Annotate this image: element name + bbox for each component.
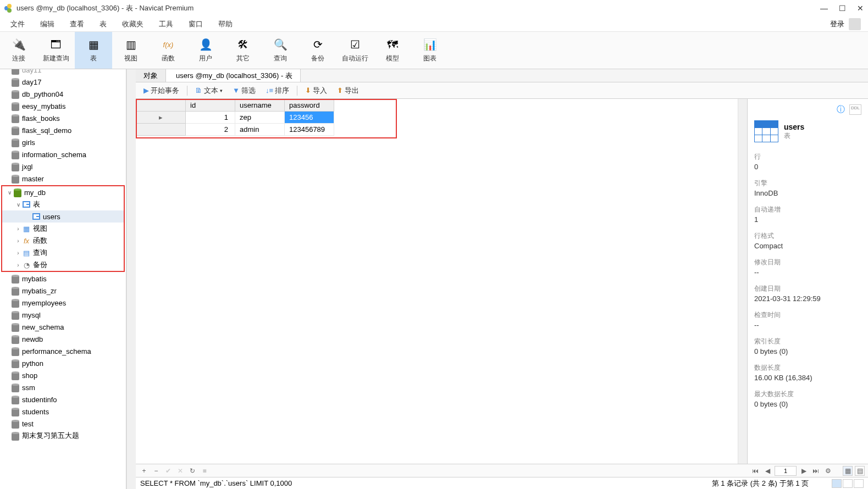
toolbar-model-button[interactable]: 🗺模型 — [374, 32, 411, 69]
tree-db-mybatis_zr[interactable]: mybatis_zr — [0, 285, 126, 297]
menu-window[interactable]: 窗口 — [181, 18, 211, 30]
tab-objects[interactable]: 对象 — [136, 69, 166, 82]
panel-toggle-2[interactable] — [843, 479, 853, 488]
first-page-button[interactable]: ⏮ — [750, 466, 760, 476]
login-link[interactable]: 登录 — [830, 19, 844, 29]
ddl-icon[interactable]: DDL — [849, 104, 861, 115]
grid-view-button[interactable]: ▦ — [843, 466, 853, 476]
refresh-button[interactable]: ↻ — [187, 466, 197, 476]
tree-db-jxgl[interactable]: jxgl — [0, 160, 126, 173]
text-button[interactable]: 🗎文本▾ — [192, 85, 226, 97]
menu-view[interactable]: 查看 — [62, 18, 92, 30]
cancel-button[interactable]: ✕ — [175, 466, 185, 476]
export-button[interactable]: ⬆导出 — [334, 85, 362, 97]
tree-db-mybatis[interactable]: mybatis — [0, 273, 126, 285]
row-indicator-icon: ▸ — [136, 112, 186, 124]
tree-db-期末复习第五大题[interactable]: 期末复习第五大题 — [0, 430, 126, 442]
tree-db-mysql[interactable]: mysql — [0, 309, 126, 321]
tree-db-students[interactable]: students — [0, 405, 126, 418]
tree-db-test[interactable]: test — [0, 418, 126, 430]
tree-db-information_schema[interactable]: information_schema — [0, 148, 126, 160]
tree-table-users[interactable]: users — [2, 210, 124, 223]
panel-toggle-1[interactable] — [832, 479, 842, 488]
toolbar-user-button[interactable]: 👤用户 — [187, 32, 224, 69]
page-settings-button[interactable]: ⚙ — [823, 466, 833, 476]
tree-views-node[interactable]: ›▦视图 — [2, 223, 124, 235]
begin-transaction-button[interactable]: ▶开始事务 — [140, 85, 183, 97]
delete-row-button[interactable]: − — [151, 466, 161, 476]
next-page-button[interactable]: ▶ — [799, 466, 809, 476]
tree-db-ssm[interactable]: ssm — [0, 381, 126, 393]
app-icon — [4, 4, 13, 13]
tree-db-day17[interactable]: day17 — [0, 76, 126, 88]
tree-db-performance_schema[interactable]: performance_schema — [0, 345, 126, 357]
menu-table[interactable]: 表 — [92, 18, 114, 30]
grid-scrollbar[interactable] — [738, 99, 747, 464]
tree-db-myemployees[interactable]: myemployees — [0, 297, 126, 309]
tree-db-eesy_mybatis[interactable]: eesy_mybatis — [0, 100, 126, 112]
grid-footer: + − ✔ ✕ ↻ ■ ⏮ ◀ ▶ ⏭ ⚙ ▦ ▤ — [136, 464, 868, 477]
apply-button[interactable]: ✔ — [163, 466, 173, 476]
add-row-button[interactable]: + — [139, 466, 149, 476]
avatar-icon[interactable] — [849, 18, 861, 30]
info-subtitle: 表 — [784, 131, 804, 141]
tree-db-newdb[interactable]: newdb — [0, 333, 126, 345]
col-id[interactable]: id — [186, 99, 235, 112]
filter-button[interactable]: ▼筛选 — [229, 85, 259, 97]
table-row[interactable]: 2 admin 123456789 — [136, 124, 334, 136]
tree-tables-node[interactable]: ∨表 — [2, 198, 124, 210]
toolbar-view-button[interactable]: ▥视图 — [112, 32, 150, 69]
tree-queries-node[interactable]: ›▤查询 — [2, 247, 124, 259]
menu-help[interactable]: 帮助 — [211, 18, 240, 30]
toolbar-table-button[interactable]: ▦表 — [75, 32, 112, 69]
search-icon: 🔍 — [273, 37, 288, 52]
col-username[interactable]: username — [235, 99, 285, 112]
maximize-button[interactable]: ☐ — [839, 4, 846, 13]
prev-page-button[interactable]: ◀ — [762, 466, 772, 476]
toolbar-search-button[interactable]: 🔍查询 — [262, 32, 299, 69]
toolbar-chart-button[interactable]: 📊图表 — [411, 32, 449, 69]
sort-button[interactable]: ↓≡排序 — [262, 85, 292, 97]
tree-db-girls[interactable]: girls — [0, 136, 126, 148]
tree-backup-node[interactable]: ›◔备份 — [2, 259, 124, 271]
form-view-button[interactable]: ▤ — [855, 466, 865, 476]
toolbar-query-button[interactable]: 🗔新建查询 — [37, 32, 75, 69]
menu-favorites[interactable]: 收藏夹 — [114, 18, 151, 30]
model-icon: 🗺 — [385, 37, 400, 52]
info-title: users — [784, 123, 804, 131]
tab-current[interactable]: users @my_db (localhost_3306) - 表 — [166, 69, 301, 82]
stop-button[interactable]: ■ — [200, 466, 209, 476]
minimize-button[interactable]: — — [820, 4, 828, 13]
tree-functions-node[interactable]: ›fx函数 — [2, 235, 124, 247]
toolbar-fx-button[interactable]: f(x)函数 — [150, 32, 187, 69]
tree-db-mydb[interactable]: ∨my_db — [2, 186, 124, 198]
col-password[interactable]: password — [285, 99, 334, 112]
last-page-button[interactable]: ⏭ — [811, 466, 821, 476]
page-input[interactable] — [775, 466, 797, 476]
menu-tools[interactable]: 工具 — [151, 18, 181, 30]
toolbar-plug-button[interactable]: 🔌连接 — [0, 32, 37, 69]
menu-edit[interactable]: 编辑 — [32, 18, 62, 30]
toolbar-other-button[interactable]: 🛠其它 — [224, 32, 262, 69]
tree-db-new_schema[interactable]: new_schema — [0, 321, 126, 333]
tree-db-db_python04[interactable]: db_python04 — [0, 88, 126, 100]
auto-icon: ☑ — [347, 37, 363, 52]
menu-file[interactable]: 文件 — [3, 18, 32, 30]
table-row[interactable]: ▸ 1 zep 123456 — [136, 112, 334, 124]
tree-db-shop[interactable]: shop — [0, 369, 126, 381]
info-icon[interactable]: ⓘ — [837, 104, 845, 115]
import-button[interactable]: ⬇导入 — [302, 85, 330, 97]
tree-db-master[interactable]: master — [0, 173, 126, 185]
statusbar: SELECT * FROM `my_db`.`users` LIMIT 0,10… — [136, 477, 868, 489]
panel-toggle-3[interactable] — [854, 479, 864, 488]
tree-db-studentinfo[interactable]: studentinfo — [0, 393, 126, 405]
tree-db-python[interactable]: python — [0, 357, 126, 369]
toolbar-backup-button[interactable]: ⟳备份 — [299, 32, 336, 69]
tree-db-flask_sql_demo[interactable]: flask_sql_demo — [0, 124, 126, 136]
sub-toolbar: ▶开始事务 🗎文本▾ ▼筛选 ↓≡排序 ⬇导入 ⬆导出 — [136, 82, 868, 99]
sidebar-scrollbar[interactable] — [126, 69, 136, 489]
tree-db-flask_books[interactable]: flask_books — [0, 112, 126, 124]
data-grid[interactable]: id username password ▸ 1 zep 123456 — [136, 99, 738, 464]
close-button[interactable]: ✕ — [857, 4, 864, 13]
toolbar-auto-button[interactable]: ☑自动运行 — [336, 32, 374, 69]
